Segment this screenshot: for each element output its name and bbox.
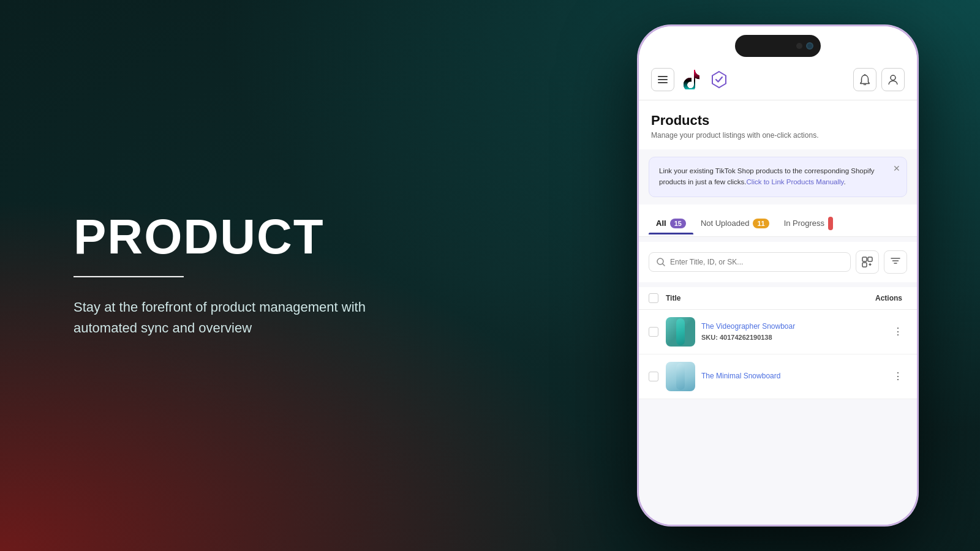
table-header: Title Actions bbox=[639, 287, 917, 310]
app-content: Products Manage your product listings wi… bbox=[639, 26, 917, 525]
banner-text: Link your existing TikTok Shop products … bbox=[659, 166, 898, 188]
row1-product-image bbox=[666, 317, 695, 347]
columns-filter-button[interactable] bbox=[856, 250, 879, 274]
header-right bbox=[853, 68, 905, 91]
phone-notch bbox=[735, 35, 821, 57]
tab-all-badge: 15 bbox=[670, 219, 686, 228]
search-filter-row bbox=[639, 242, 917, 282]
row2-checkbox[interactable] bbox=[649, 372, 658, 381]
tabs-row: All 15 Not Uploaded 11 In Progress bbox=[639, 204, 917, 237]
notification-button[interactable] bbox=[853, 68, 876, 91]
row1-checkbox[interactable] bbox=[649, 327, 658, 337]
snowboard-image-1 bbox=[674, 318, 687, 345]
svg-rect-6 bbox=[868, 257, 872, 261]
svg-rect-0 bbox=[658, 76, 668, 77]
svg-rect-9 bbox=[676, 363, 685, 390]
snowboard-image-2 bbox=[674, 363, 687, 390]
main-title: PRODUCT bbox=[74, 212, 392, 261]
svg-point-3 bbox=[891, 75, 895, 80]
row1-product-info: The Videographer Snowboar SKU: 401742621… bbox=[695, 322, 889, 341]
notch-camera bbox=[806, 42, 813, 50]
page-header: Products Manage your product listings wi… bbox=[639, 100, 917, 149]
search-input[interactable] bbox=[670, 258, 843, 266]
phone-inner: Products Manage your product listings wi… bbox=[639, 26, 917, 525]
phone-wrapper: Products Manage your product listings wi… bbox=[637, 24, 919, 527]
search-input-wrap[interactable] bbox=[649, 252, 851, 272]
menu-button[interactable] bbox=[651, 68, 674, 91]
product-table: Title Actions bbox=[639, 287, 917, 399]
search-icon bbox=[657, 258, 665, 266]
table-row: The Minimal Snowboard ⋮ bbox=[639, 354, 917, 399]
menu-icon bbox=[658, 76, 668, 83]
row2-checkbox-cell bbox=[649, 372, 666, 381]
page-subtitle: Manage your product listings with one-cl… bbox=[651, 131, 905, 140]
user-icon bbox=[888, 74, 898, 85]
row2-product-info: The Minimal Snowboard bbox=[695, 372, 889, 381]
svg-rect-5 bbox=[862, 257, 867, 261]
svg-rect-7 bbox=[862, 263, 867, 267]
header-left bbox=[651, 68, 731, 91]
row2-action-button[interactable]: ⋮ bbox=[889, 367, 907, 386]
tab-all[interactable]: All 15 bbox=[649, 214, 693, 234]
row1-product-name[interactable]: The Videographer Snowboar bbox=[701, 322, 883, 332]
left-panel: PRODUCT Stay at the forefront of product… bbox=[74, 212, 392, 339]
column-title-header: Title bbox=[666, 294, 870, 302]
row2-product-image bbox=[666, 362, 695, 391]
page-title: Products bbox=[651, 113, 905, 129]
title-divider bbox=[74, 276, 184, 277]
row1-checkbox-cell bbox=[649, 327, 666, 337]
row1-product-sku: SKU: 40174262190138 bbox=[701, 334, 883, 341]
main-description: Stay at the forefront of product managem… bbox=[74, 297, 392, 339]
tab-in-progress-label: In Progress bbox=[784, 219, 824, 228]
svg-rect-1 bbox=[658, 79, 668, 80]
page-content[interactable]: Products Manage your product listings wi… bbox=[639, 100, 917, 525]
tiktok-logo bbox=[679, 68, 703, 91]
table-row: The Videographer Snowboar SKU: 401742621… bbox=[639, 310, 917, 354]
notch-dot-1 bbox=[796, 43, 802, 49]
header-checkbox-cell bbox=[649, 293, 666, 303]
phone-frame: Products Manage your product listings wi… bbox=[637, 24, 919, 527]
bell-icon bbox=[860, 74, 870, 85]
tab-in-progress[interactable]: In Progress bbox=[777, 212, 840, 236]
tab-not-uploaded-badge: 11 bbox=[753, 219, 769, 228]
header-checkbox[interactable] bbox=[649, 293, 658, 303]
app-logo-icon bbox=[707, 68, 731, 91]
user-button[interactable] bbox=[881, 68, 905, 91]
tab-in-progress-badge bbox=[828, 217, 833, 230]
banner-close-button[interactable]: ✕ bbox=[893, 163, 900, 173]
filter-icon bbox=[891, 258, 900, 266]
tab-all-label: All bbox=[656, 219, 666, 228]
tab-not-uploaded-label: Not Uploaded bbox=[701, 219, 750, 228]
row2-product-name[interactable]: The Minimal Snowboard bbox=[701, 372, 883, 381]
svg-rect-2 bbox=[658, 82, 668, 83]
tab-not-uploaded[interactable]: Not Uploaded 11 bbox=[693, 214, 777, 234]
column-actions-header: Actions bbox=[870, 294, 907, 302]
filter-button[interactable] bbox=[884, 250, 907, 274]
info-banner: Link your existing TikTok Shop products … bbox=[649, 157, 907, 197]
banner-link[interactable]: Click to Link Products Manually bbox=[747, 178, 844, 186]
row1-action-button[interactable]: ⋮ bbox=[889, 323, 907, 341]
svg-rect-8 bbox=[676, 318, 685, 345]
columns-icon bbox=[862, 257, 873, 268]
